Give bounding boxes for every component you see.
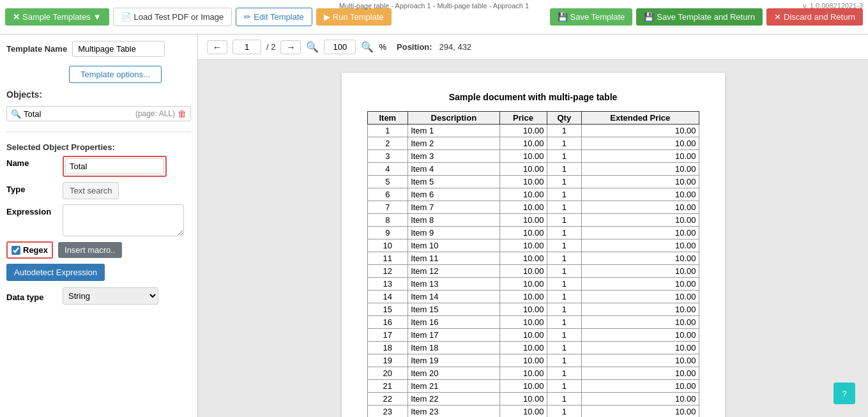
table-cell: 10.00: [582, 163, 699, 176]
table-cell: 10.00: [499, 367, 547, 380]
table-cell: 10.00: [582, 329, 699, 342]
play-icon: ▶: [324, 12, 330, 22]
save-icon: 💾: [558, 12, 568, 22]
object-search-input[interactable]: [24, 109, 133, 119]
table-cell: Item 22: [408, 393, 499, 406]
table-cell: 14: [367, 291, 408, 303]
table-row: 23Item 2310.00110.00: [367, 406, 699, 418]
table-cell: 10.00: [499, 265, 547, 278]
table-cell: Item 20: [408, 367, 499, 380]
left-panel: Template Name Template options... Object…: [0, 34, 198, 417]
autodetect-container: Autodetect Expression: [6, 264, 191, 281]
table-cell: Item 13: [408, 278, 499, 291]
selected-object-properties-section: Selected Object Properties: Name Type Te…: [6, 142, 191, 305]
regex-label: Regex: [23, 245, 48, 255]
document-toolbar: ← / 2 → 🔍 🔍 % Position: 294, 432: [198, 34, 868, 60]
prev-page-button[interactable]: ←: [207, 40, 227, 54]
table-cell: 10.00: [499, 380, 547, 393]
table-row: 11Item 1110.00110.00: [367, 252, 699, 265]
template-name-label: Template Name: [6, 44, 67, 54]
table-cell: 10.00: [582, 291, 699, 303]
document-area[interactable]: Sample document with multi-page table It…: [198, 60, 868, 417]
table-row: 10Item 1010.00110.00: [367, 239, 699, 252]
type-button[interactable]: Text search: [63, 182, 119, 199]
regex-checkbox-wrapper: Regex: [6, 241, 53, 259]
help-button[interactable]: ?: [834, 383, 855, 404]
th-item: Item: [367, 112, 408, 125]
table-cell: 10.00: [582, 342, 699, 354]
table-cell: 9: [367, 227, 408, 239]
table-cell: 10.00: [582, 137, 699, 150]
table-cell: 18: [367, 342, 408, 354]
page-input[interactable]: [232, 40, 261, 54]
table-cell: 10.00: [499, 214, 547, 227]
table-row: 22Item 2210.00110.00: [367, 393, 699, 406]
table-cell: 1: [547, 201, 582, 214]
autodetect-button[interactable]: Autodetect Expression: [6, 264, 105, 281]
table-cell: 10.00: [582, 252, 699, 265]
name-input[interactable]: [65, 158, 164, 174]
table-cell: 1: [547, 176, 582, 188]
table-cell: 1: [547, 278, 582, 291]
table-cell: Item 12: [408, 265, 499, 278]
table-cell: 10.00: [499, 252, 547, 265]
regex-checkbox[interactable]: [11, 246, 20, 255]
edit-template-button[interactable]: ✏ Edit Template: [236, 8, 312, 26]
sample-templates-button[interactable]: ✕ Sample Templates ▼: [5, 8, 109, 26]
next-page-button[interactable]: →: [280, 40, 301, 54]
table-cell: 13: [367, 278, 408, 291]
delete-object-icon[interactable]: 🗑: [178, 109, 187, 119]
zoom-input[interactable]: [324, 40, 356, 54]
template-name-input[interactable]: [72, 41, 165, 57]
insert-macro-button[interactable]: Insert macro..: [58, 242, 121, 258]
table-cell: 15: [367, 303, 408, 316]
table-cell: 19: [367, 354, 408, 367]
save-template-button[interactable]: 💾 Save Template: [550, 8, 633, 26]
table-cell: 8: [367, 214, 408, 227]
table-row: 12Item 1210.00110.00: [367, 265, 699, 278]
load-test-button[interactable]: 📄 Load Test PDF or Image: [113, 8, 232, 26]
page-total: / 2: [266, 42, 275, 52]
datatype-select[interactable]: String Number Date Boolean: [63, 287, 158, 305]
datatype-row: Data type String Number Date Boolean: [6, 287, 191, 305]
search-icon: 🔍: [11, 109, 21, 119]
table-cell: Item 16: [408, 316, 499, 329]
table-cell: 1: [547, 354, 582, 367]
table-header-row: Item Description Price Qty Extended Pric…: [367, 112, 699, 125]
template-name-row: Template Name: [6, 41, 191, 57]
table-cell: 11: [367, 252, 408, 265]
table-body: 1Item 110.00110.002Item 210.00110.003Ite…: [367, 125, 699, 418]
table-cell: 10.00: [499, 125, 547, 137]
table-cell: Item 14: [408, 291, 499, 303]
template-options-button[interactable]: Template options...: [69, 66, 162, 83]
table-cell: Item 7: [408, 201, 499, 214]
table-cell: 7: [367, 201, 408, 214]
zoom-in-icon[interactable]: 🔍: [361, 41, 374, 53]
table-cell: 10.00: [499, 316, 547, 329]
table-cell: 1: [547, 329, 582, 342]
table-cell: 10.00: [499, 329, 547, 342]
table-row: 13Item 1310.00110.00: [367, 278, 699, 291]
file-icon: 📄: [121, 12, 132, 22]
zoom-out-icon[interactable]: 🔍: [306, 41, 319, 53]
table-cell: Item 11: [408, 252, 499, 265]
table-cell: 1: [547, 150, 582, 163]
table-cell: Item 10: [408, 239, 499, 252]
table-cell: 20: [367, 367, 408, 380]
table-cell: 10.00: [499, 303, 547, 316]
table-cell: 2: [367, 137, 408, 150]
save-and-return-button[interactable]: 💾 Save Template and Return: [636, 8, 763, 26]
template-options-container: Template options...: [69, 66, 191, 83]
table-cell: 1: [547, 163, 582, 176]
table-cell: 1: [547, 393, 582, 406]
th-price: Price: [499, 112, 547, 125]
expression-textarea[interactable]: [63, 204, 184, 236]
table-cell: 1: [547, 380, 582, 393]
table-cell: 10.00: [582, 188, 699, 201]
table-cell: 1: [547, 291, 582, 303]
th-qty: Qty: [547, 112, 582, 125]
regex-row: Regex Insert macro..: [6, 241, 191, 259]
table-row: 19Item 1910.00110.00: [367, 354, 699, 367]
table-cell: 1: [547, 342, 582, 354]
table-row: 2Item 210.00110.00: [367, 137, 699, 150]
